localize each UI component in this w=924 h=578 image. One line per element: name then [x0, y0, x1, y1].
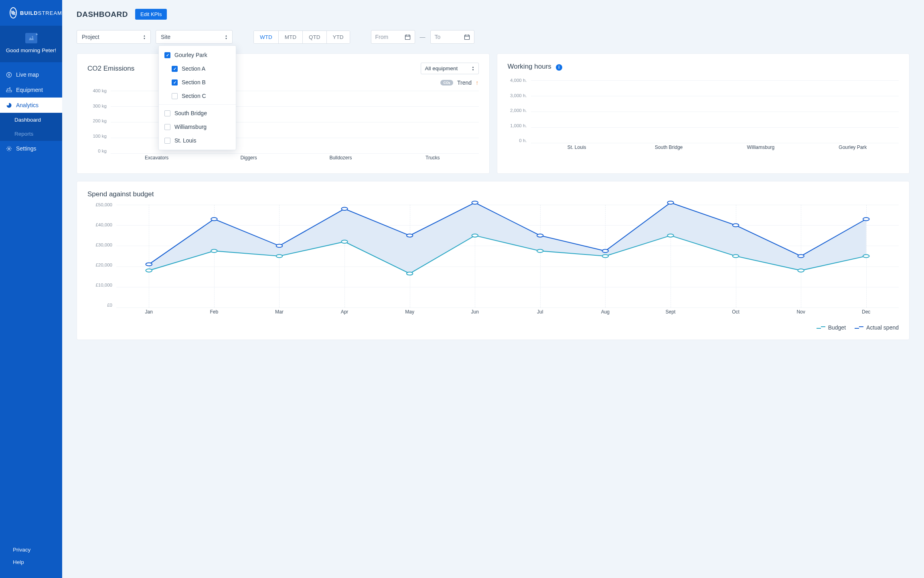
- gear-icon: [6, 145, 12, 152]
- line-icon: [855, 326, 863, 330]
- checkbox-icon: [172, 93, 178, 99]
- nav-privacy[interactable]: Privacy: [0, 543, 62, 556]
- sort-icon: [143, 35, 146, 40]
- svg-point-25: [602, 249, 609, 252]
- filter-bar: Project Site WTD MTD QTD YTD From — To: [77, 30, 910, 44]
- svg-point-23: [472, 201, 478, 204]
- site-option[interactable]: St. Louis: [159, 134, 236, 147]
- site-dropdown: Gourley ParkSection ASection BSection CS…: [158, 45, 236, 150]
- checkbox-icon: [164, 110, 170, 116]
- hours-chart: 4,000 h.3,000 h.2,000 h.1,000 h.0 h.St. …: [508, 78, 899, 154]
- svg-point-24: [537, 234, 543, 237]
- date-to[interactable]: To: [430, 30, 474, 44]
- greeting: Good morning Peter!: [3, 47, 59, 53]
- edit-kpis-button[interactable]: Edit KPIs: [135, 9, 167, 20]
- nav-analytics[interactable]: Analytics: [0, 98, 62, 113]
- date-range-dash: —: [420, 34, 426, 40]
- calendar-icon: [464, 34, 470, 40]
- period-wtd[interactable]: WTD: [254, 31, 279, 43]
- svg-point-3: [8, 148, 10, 149]
- spend-chart: £50,000£40,000£30,000£20,000£10,000£0Jan…: [87, 202, 899, 319]
- nav-help[interactable]: Help: [0, 556, 62, 568]
- period-qtd[interactable]: QTD: [303, 31, 327, 43]
- nav-live-map[interactable]: Live map: [0, 67, 62, 82]
- nav-equipment[interactable]: Equipment: [0, 82, 62, 98]
- svg-point-19: [211, 218, 217, 221]
- svg-point-12: [537, 249, 543, 252]
- site-option[interactable]: Section B: [159, 75, 236, 89]
- co2-title: CO2 Emissions: [87, 65, 134, 73]
- compass-icon: [6, 71, 12, 78]
- date-from[interactable]: From: [371, 30, 415, 44]
- site-option[interactable]: Section C: [159, 89, 236, 103]
- equipment-select[interactable]: All equipment: [421, 63, 479, 74]
- svg-point-29: [863, 218, 869, 221]
- svg-point-21: [341, 207, 348, 210]
- site-select[interactable]: Site: [156, 30, 233, 44]
- nav-reports[interactable]: Reports: [0, 127, 62, 141]
- svg-rect-4: [405, 35, 410, 39]
- info-icon[interactable]: i: [556, 64, 562, 71]
- logo-text: BUILDSTREAM: [20, 10, 62, 16]
- svg-point-20: [276, 244, 283, 248]
- spend-card: Spend against budget £50,000£40,000£30,0…: [77, 181, 910, 340]
- sort-icon: [472, 66, 474, 71]
- hours-card: Working hours i 4,000 h.3,000 h.2,000 h.…: [497, 53, 910, 174]
- project-select[interactable]: Project: [77, 30, 151, 44]
- line-icon: [817, 326, 825, 330]
- svg-point-9: [341, 240, 348, 243]
- checkbox-icon: [164, 52, 170, 58]
- checkbox-icon: [172, 66, 178, 72]
- site-option[interactable]: Gourley Park: [159, 48, 236, 62]
- co2-badge-icon: CO₂: [440, 80, 453, 85]
- co2-chart: 400 kg300 kg200 kg100 kg0 kgExcavatorsDi…: [87, 88, 479, 165]
- sidebar: BUILDSTREAM Good morning Peter! Live map…: [0, 0, 62, 578]
- svg-point-10: [407, 272, 413, 275]
- nav-dashboard[interactable]: Dashboard: [0, 113, 62, 127]
- nav-label: Settings: [16, 145, 36, 152]
- svg-point-8: [276, 254, 283, 258]
- main-nav: Live map Equipment Analytics Dashboard R…: [0, 62, 62, 543]
- site-option[interactable]: South Bridge: [159, 106, 236, 120]
- svg-point-7: [211, 249, 217, 252]
- svg-point-11: [472, 234, 478, 237]
- arrow-up-icon: ↑: [476, 79, 479, 86]
- svg-point-14: [667, 234, 674, 237]
- period-mtd[interactable]: MTD: [279, 31, 303, 43]
- trend-label: Trend: [457, 79, 472, 86]
- nav-label: Equipment: [16, 87, 43, 93]
- calendar-icon: [405, 34, 411, 40]
- nav-label: Live map: [16, 71, 39, 78]
- svg-point-16: [798, 269, 804, 272]
- site-option[interactable]: Section A: [159, 62, 236, 75]
- svg-point-27: [733, 224, 739, 227]
- nav-settings[interactable]: Settings: [0, 141, 62, 156]
- period-segmented: WTD MTD QTD YTD: [253, 31, 350, 44]
- sidebar-footer: Privacy Help: [0, 543, 62, 578]
- legend-actual: Actual spend: [855, 324, 899, 331]
- logo[interactable]: BUILDSTREAM: [0, 0, 62, 26]
- svg-point-26: [667, 201, 674, 204]
- svg-point-13: [602, 254, 609, 258]
- co2-card: CO2 Emissions All equipment CO₂ Trend ↑ …: [77, 53, 490, 174]
- svg-point-28: [798, 254, 804, 258]
- period-ytd[interactable]: YTD: [327, 31, 350, 43]
- svg-rect-5: [464, 35, 469, 39]
- svg-point-17: [863, 254, 869, 258]
- avatar-placeholder-icon[interactable]: [25, 33, 37, 43]
- svg-point-6: [146, 269, 152, 272]
- svg-point-0: [32, 36, 33, 37]
- svg-rect-2: [6, 90, 12, 92]
- main-content: DASHBOARD Edit KPIs Project Site WTD MTD…: [62, 0, 924, 578]
- logo-icon: [10, 7, 17, 18]
- trend-row: CO₂ Trend ↑: [87, 79, 479, 86]
- page-header: DASHBOARD Edit KPIs: [77, 9, 910, 20]
- svg-point-18: [146, 263, 152, 266]
- equipment-icon: [6, 87, 12, 93]
- svg-point-15: [733, 254, 739, 258]
- site-option[interactable]: Williamsburg: [159, 120, 236, 134]
- checkbox-icon: [164, 124, 170, 130]
- hours-title: Working hours i: [508, 63, 562, 71]
- sort-icon: [225, 35, 227, 40]
- page-title: DASHBOARD: [77, 10, 128, 19]
